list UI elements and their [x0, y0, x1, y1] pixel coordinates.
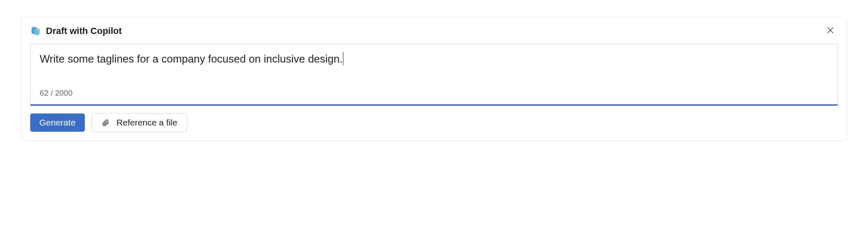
generate-button[interactable]: Generate — [30, 113, 85, 132]
char-count: 62 / 2000 — [40, 89, 828, 98]
copilot-icon — [30, 26, 41, 36]
reference-file-button[interactable]: Reference a file — [91, 113, 187, 132]
panel-title: Draft with Copilot — [46, 26, 122, 36]
close-icon — [826, 26, 835, 37]
close-button[interactable] — [823, 24, 838, 39]
text-cursor — [343, 52, 343, 65]
button-row: Generate Reference a file — [30, 113, 838, 132]
copilot-draft-panel: Draft with Copilot Write some taglines f… — [21, 17, 847, 141]
prompt-input[interactable]: Write some taglines for a company focuse… — [40, 52, 828, 69]
prompt-input-area[interactable]: Write some taglines for a company focuse… — [30, 43, 838, 106]
panel-title-group: Draft with Copilot — [30, 26, 122, 36]
reference-file-label: Reference a file — [117, 118, 177, 128]
attach-icon — [101, 118, 110, 127]
panel-header: Draft with Copilot — [30, 24, 838, 39]
prompt-text-content: Write some taglines for a company focuse… — [40, 53, 343, 65]
